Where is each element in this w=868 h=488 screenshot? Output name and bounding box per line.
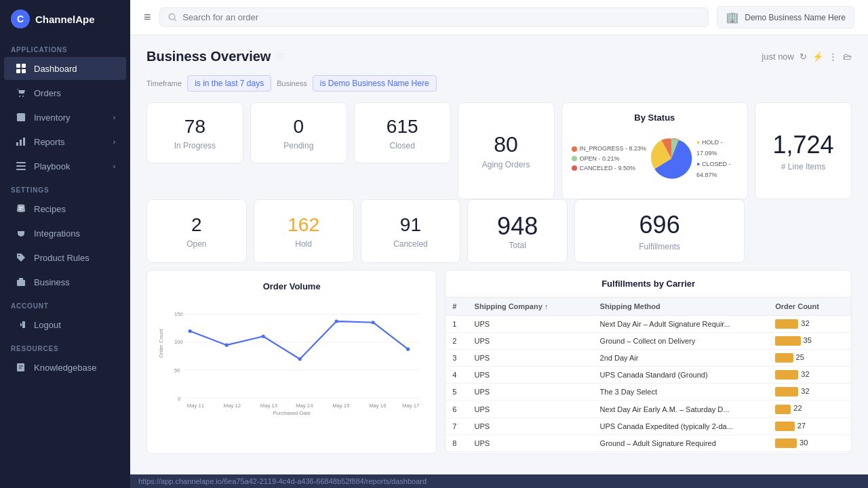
svg-point-39 xyxy=(189,329,192,333)
line-items-label: # Line Items xyxy=(781,162,825,171)
bar-chart-icon xyxy=(15,136,27,148)
stat-canceled: 91 Canceled xyxy=(361,199,461,263)
more-icon[interactable]: ⋮ xyxy=(829,52,837,62)
tag-icon xyxy=(15,251,27,264)
folder-icon[interactable]: 🗁 xyxy=(843,52,852,62)
statusbar: https://app.channelape.io/6ea75a42-2119-… xyxy=(130,474,868,488)
plug-icon xyxy=(15,227,27,239)
svg-text:150: 150 xyxy=(174,311,183,317)
heart-icon[interactable]: ♡ xyxy=(276,52,284,62)
sidebar-item-playbook[interactable]: Playbook › xyxy=(4,155,126,178)
sidebar-item-label: Inventory xyxy=(34,113,70,123)
sidebar-item-label: Product Rules xyxy=(34,253,90,263)
cell-count: 35 xyxy=(768,333,851,350)
table-row: 7 UPS UPS Canada Expedited (typically 2-… xyxy=(446,418,851,434)
briefcase-icon xyxy=(15,276,27,288)
stat-hold: 162 Hold xyxy=(254,199,354,263)
order-bar xyxy=(775,422,795,431)
svg-point-41 xyxy=(262,335,265,338)
cell-company: UPS xyxy=(468,384,593,401)
cell-method: Next Day Air – Adult Signature Requir... xyxy=(593,316,769,333)
sidebar-item-label: Playbook xyxy=(34,161,70,171)
section-label-account: ACCOUNT xyxy=(0,294,130,312)
sidebar-item-dashboard[interactable]: Dashboard xyxy=(4,57,126,80)
cell-count: 25 xyxy=(768,350,851,367)
sidebar-item-label: Logout xyxy=(34,320,61,330)
aging-label: Aging Orders xyxy=(482,160,530,169)
cell-count: 27 xyxy=(768,418,851,434)
cell-company: UPS xyxy=(468,401,593,418)
sidebar-item-product-rules[interactable]: Product Rules xyxy=(4,246,126,269)
table-row: 2 UPS Ground – Collect on Delivery 35 xyxy=(446,333,851,350)
sidebar-item-label: Business xyxy=(34,277,70,287)
fulfillments-value: 696 xyxy=(639,211,680,239)
sidebar-item-label: Reports xyxy=(34,137,65,147)
logo-icon: C xyxy=(11,9,30,28)
svg-rect-11 xyxy=(16,162,26,163)
svg-text:May 16: May 16 xyxy=(369,403,386,409)
main-area: ≡ 🏢 Demo Business Name Here Business Ove… xyxy=(130,0,868,488)
order-bar xyxy=(775,336,800,346)
stat-label: Pending xyxy=(283,141,313,150)
page-header: Business Overview ♡ just now ↻ ⚡ ⋮ 🗁 xyxy=(146,49,852,64)
grid-icon xyxy=(15,62,27,75)
svg-point-5 xyxy=(22,96,24,97)
search-input[interactable] xyxy=(182,12,700,22)
svg-rect-0 xyxy=(16,64,20,68)
timeframe-filter-chip[interactable]: is in the last 7 days xyxy=(187,75,271,92)
cell-company: UPS xyxy=(468,350,593,367)
table-row: 3 UPS 2nd Day Air 25 xyxy=(446,350,851,367)
filter-icon[interactable]: ⚡ xyxy=(812,52,823,62)
aging-value: 80 xyxy=(494,132,518,157)
cell-method: UPS Canada Standard (Ground) xyxy=(593,367,769,384)
status-card-title: By Status xyxy=(572,113,738,123)
stat-label: Canceled xyxy=(393,239,428,249)
table-row: 5 UPS The 3 Day Select 32 xyxy=(446,384,851,401)
order-bar xyxy=(775,405,791,414)
sidebar-item-orders[interactable]: Orders xyxy=(4,81,126,104)
cell-company: UPS xyxy=(468,333,593,350)
section-label-applications: APPLICATIONS xyxy=(0,38,130,56)
svg-point-42 xyxy=(298,357,302,361)
svg-point-43 xyxy=(335,319,338,323)
svg-rect-10 xyxy=(23,138,25,146)
sidebar-item-reports[interactable]: Reports › xyxy=(4,130,126,153)
cell-count: 30 xyxy=(768,434,851,451)
cell-company: UPS xyxy=(468,418,593,434)
cell-method: Ground – Adult Signature Required xyxy=(593,434,769,451)
sidebar-item-inventory[interactable]: Inventory › xyxy=(4,106,126,129)
fulfillments-label: Fulfillments xyxy=(639,242,680,251)
sidebar-item-recipes[interactable]: Recipes xyxy=(4,197,126,220)
stat-in-progress: 78 In Progress xyxy=(146,102,243,163)
sidebar-item-business[interactable]: Business xyxy=(4,270,126,293)
svg-point-4 xyxy=(19,96,20,97)
cell-method: Next Day Air Early A.M. – Saturday D... xyxy=(593,401,769,418)
svg-rect-3 xyxy=(22,69,26,73)
total-card: 948 Total xyxy=(467,199,568,263)
stat-label: Hold xyxy=(295,239,312,249)
content-area: Business Overview ♡ just now ↻ ⚡ ⋮ 🗁 Tim… xyxy=(130,35,868,474)
col-shipping-company[interactable]: Shipping Company ↑ xyxy=(468,298,593,316)
svg-point-45 xyxy=(406,348,410,351)
stat-value: 2 xyxy=(191,214,202,237)
sidebar-item-label: Integrations xyxy=(34,228,80,239)
sidebar-item-integrations[interactable]: Integrations xyxy=(4,222,126,245)
line-chart: 150 100 50 0 Order Count May 11 May 1 xyxy=(158,297,425,419)
svg-point-20 xyxy=(169,14,175,20)
hamburger-button[interactable]: ≡ xyxy=(144,10,151,24)
pie-right-legend: ● HOLD - 17.09% ● CLOSED - 64.87% xyxy=(696,137,738,181)
svg-text:Order Count: Order Count xyxy=(158,329,164,358)
svg-text:May 14: May 14 xyxy=(296,403,313,409)
svg-text:May 17: May 17 xyxy=(402,403,419,409)
svg-line-21 xyxy=(174,19,176,21)
sidebar-item-logout[interactable]: Logout xyxy=(4,313,126,336)
section-label-settings: SETTINGS xyxy=(0,178,130,197)
refresh-icon[interactable]: ↻ xyxy=(800,52,807,62)
svg-rect-1 xyxy=(22,64,26,68)
cell-method: Next Day Air xyxy=(593,451,769,453)
business-filter-chip[interactable]: is Demo Business Name Here xyxy=(313,75,437,92)
business-name: Demo Business Name Here xyxy=(745,13,846,22)
app-name: ChannelApe xyxy=(35,14,95,25)
svg-text:0: 0 xyxy=(178,396,180,402)
sidebar-item-knowledgebase[interactable]: Knowledgebase xyxy=(4,356,126,379)
